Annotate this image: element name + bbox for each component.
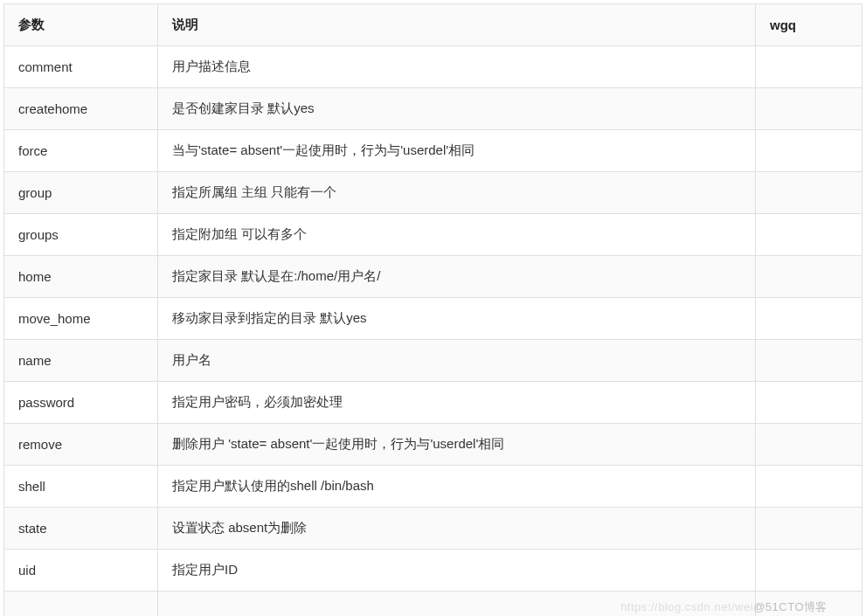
cell-param: home <box>4 256 158 298</box>
cell-param: state <box>4 508 158 550</box>
table-body: comment用户描述信息createhome是否创建家目录 默认yesforc… <box>4 46 863 617</box>
cell-desc: 是否创建家目录 默认yes <box>158 88 756 130</box>
table-row: state设置状态 absent为删除 <box>4 508 863 550</box>
table-row <box>4 592 863 617</box>
cell-wgq <box>756 550 863 592</box>
cell-desc: 指定用户默认使用的shell /bin/bash <box>158 466 756 508</box>
table-row: group指定所属组 主组 只能有一个 <box>4 172 863 214</box>
table-row: name用户名 <box>4 340 863 382</box>
cell-desc: 设置状态 absent为删除 <box>158 508 756 550</box>
cell-param: move_home <box>4 298 158 340</box>
cell-param: group <box>4 172 158 214</box>
cell-wgq <box>756 508 863 550</box>
cell-wgq <box>756 424 863 466</box>
table-row: groups指定附加组 可以有多个 <box>4 214 863 256</box>
cell-param: password <box>4 382 158 424</box>
cell-param: groups <box>4 214 158 256</box>
cell-param <box>4 592 158 617</box>
cell-wgq <box>756 46 863 88</box>
table-row: createhome是否创建家目录 默认yes <box>4 88 863 130</box>
cell-param: name <box>4 340 158 382</box>
cell-wgq <box>756 172 863 214</box>
cell-desc: 指定用户密码，必须加密处理 <box>158 382 756 424</box>
table-header-row: 参数 说明 wgq <box>4 4 863 46</box>
cell-desc: 当与'state= absent'一起使用时，行为与'userdel'相同 <box>158 130 756 172</box>
params-table: 参数 说明 wgq comment用户描述信息createhome是否创建家目录… <box>3 3 863 616</box>
header-wgq: wgq <box>756 4 863 46</box>
cell-wgq <box>756 466 863 508</box>
cell-param: force <box>4 130 158 172</box>
cell-desc: 移动家目录到指定的目录 默认yes <box>158 298 756 340</box>
cell-wgq <box>756 592 863 617</box>
cell-param: uid <box>4 550 158 592</box>
cell-desc: 指定所属组 主组 只能有一个 <box>158 172 756 214</box>
cell-desc <box>158 592 756 617</box>
table-row: force当与'state= absent'一起使用时，行为与'userdel'… <box>4 130 863 172</box>
table-row: uid指定用户ID <box>4 550 863 592</box>
cell-wgq <box>756 214 863 256</box>
cell-desc: 指定家目录 默认是在:/home/用户名/ <box>158 256 756 298</box>
cell-wgq <box>756 382 863 424</box>
cell-wgq <box>756 256 863 298</box>
header-param: 参数 <box>4 4 158 46</box>
cell-desc: 指定用户ID <box>158 550 756 592</box>
cell-wgq <box>756 298 863 340</box>
cell-param: createhome <box>4 88 158 130</box>
header-desc: 说明 <box>158 4 756 46</box>
cell-wgq <box>756 340 863 382</box>
cell-param: comment <box>4 46 158 88</box>
table-row: home指定家目录 默认是在:/home/用户名/ <box>4 256 863 298</box>
table-row: password指定用户密码，必须加密处理 <box>4 382 863 424</box>
cell-desc: 删除用户 'state= absent'一起使用时，行为与'userdel'相同 <box>158 424 756 466</box>
table-row: comment用户描述信息 <box>4 46 863 88</box>
cell-param: remove <box>4 424 158 466</box>
table-row: remove删除用户 'state= absent'一起使用时，行为与'user… <box>4 424 863 466</box>
cell-wgq <box>756 88 863 130</box>
cell-wgq <box>756 130 863 172</box>
cell-desc: 用户名 <box>158 340 756 382</box>
table-row: shell指定用户默认使用的shell /bin/bash <box>4 466 863 508</box>
table-row: move_home移动家目录到指定的目录 默认yes <box>4 298 863 340</box>
cell-param: shell <box>4 466 158 508</box>
cell-desc: 指定附加组 可以有多个 <box>158 214 756 256</box>
cell-desc: 用户描述信息 <box>158 46 756 88</box>
